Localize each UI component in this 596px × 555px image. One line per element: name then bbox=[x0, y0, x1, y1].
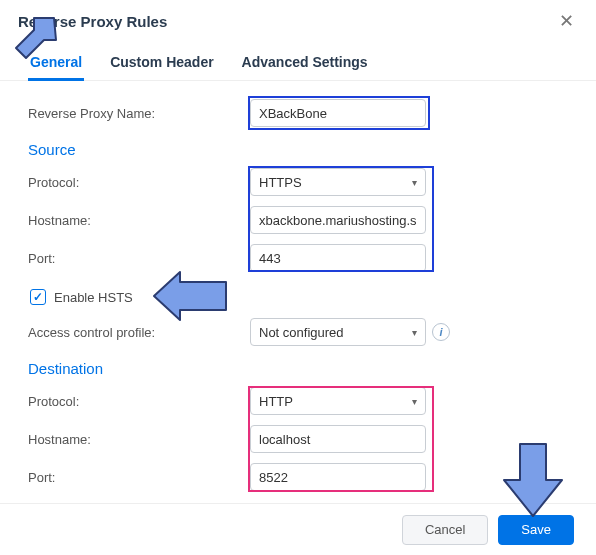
label-src-protocol: Protocol: bbox=[28, 175, 250, 190]
row-dst-protocol: Protocol: HTTP ▾ bbox=[28, 383, 568, 419]
input-dst-hostname[interactable] bbox=[250, 425, 426, 453]
chevron-down-icon: ▾ bbox=[412, 177, 417, 188]
label-src-hostname: Hostname: bbox=[28, 213, 250, 228]
select-src-protocol[interactable]: HTTPS ▾ bbox=[250, 168, 426, 196]
save-button[interactable]: Save bbox=[498, 515, 574, 545]
tab-general[interactable]: General bbox=[28, 48, 84, 80]
check-icon: ✓ bbox=[33, 291, 43, 303]
checkbox-enable-hsts[interactable]: ✓ bbox=[30, 289, 46, 305]
select-dst-protocol-value: HTTP bbox=[259, 394, 293, 409]
row-src-protocol: Protocol: HTTPS ▾ bbox=[28, 164, 568, 200]
label-dst-port: Port: bbox=[28, 470, 250, 485]
heading-destination: Destination bbox=[28, 360, 568, 377]
reverse-proxy-dialog: Reverse Proxy Rules ✕ General Custom Hea… bbox=[0, 0, 596, 555]
label-dst-hostname: Hostname: bbox=[28, 432, 250, 447]
label-enable-hsts: Enable HSTS bbox=[54, 290, 133, 305]
label-access-control-profile: Access control profile: bbox=[28, 325, 250, 340]
heading-source: Source bbox=[28, 141, 568, 158]
dialog-titlebar: Reverse Proxy Rules ✕ bbox=[0, 0, 596, 40]
row-dst-port: Port: bbox=[28, 459, 568, 495]
select-acp-value: Not configured bbox=[259, 325, 344, 340]
label-proxy-name: Reverse Proxy Name: bbox=[28, 106, 250, 121]
close-icon[interactable]: ✕ bbox=[555, 10, 578, 32]
row-enable-hsts[interactable]: ✓ Enable HSTS bbox=[30, 282, 568, 312]
row-src-port: Port: bbox=[28, 240, 568, 276]
select-src-protocol-value: HTTPS bbox=[259, 175, 302, 190]
chevron-down-icon: ▾ bbox=[412, 396, 417, 407]
form-area: Reverse Proxy Name: Source Protocol: HTT… bbox=[0, 81, 596, 495]
select-access-control-profile[interactable]: Not configured ▾ bbox=[250, 318, 426, 346]
chevron-down-icon: ▾ bbox=[412, 327, 417, 338]
row-access-control-profile: Access control profile: Not configured ▾… bbox=[28, 314, 568, 350]
row-src-hostname: Hostname: bbox=[28, 202, 568, 238]
tab-bar: General Custom Header Advanced Settings bbox=[0, 40, 596, 81]
tab-custom-header[interactable]: Custom Header bbox=[108, 48, 215, 80]
dialog-footer: Cancel Save bbox=[0, 503, 596, 555]
select-dst-protocol[interactable]: HTTP ▾ bbox=[250, 387, 426, 415]
cancel-button[interactable]: Cancel bbox=[402, 515, 488, 545]
input-proxy-name[interactable] bbox=[250, 99, 426, 127]
label-src-port: Port: bbox=[28, 251, 250, 266]
dialog-title: Reverse Proxy Rules bbox=[18, 13, 167, 30]
label-dst-protocol: Protocol: bbox=[28, 394, 250, 409]
row-dst-hostname: Hostname: bbox=[28, 421, 568, 457]
input-dst-port[interactable] bbox=[250, 463, 426, 491]
tab-advanced-settings[interactable]: Advanced Settings bbox=[240, 48, 370, 80]
input-src-port[interactable] bbox=[250, 244, 426, 272]
info-icon[interactable]: i bbox=[432, 323, 450, 341]
row-proxy-name: Reverse Proxy Name: bbox=[28, 95, 568, 131]
input-src-hostname[interactable] bbox=[250, 206, 426, 234]
